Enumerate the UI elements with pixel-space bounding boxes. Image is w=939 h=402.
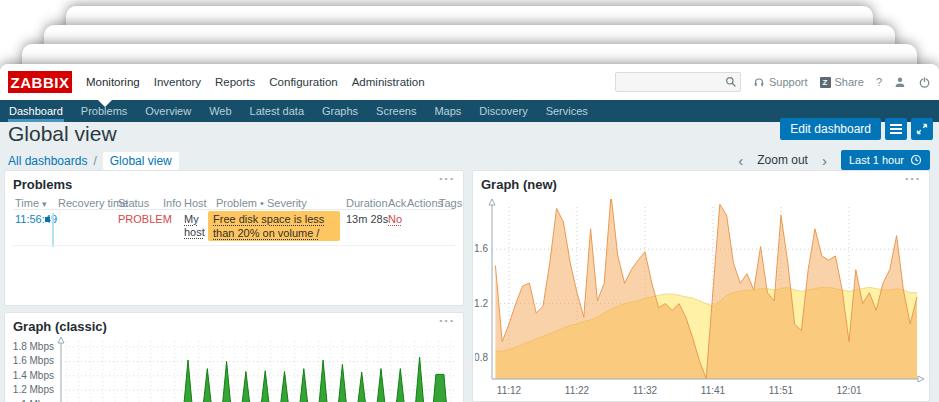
- zabbix-logo: ZABBIX: [8, 71, 72, 93]
- col-host[interactable]: Host: [184, 197, 207, 209]
- search-input[interactable]: [618, 73, 722, 91]
- time-forward-button[interactable]: ›: [822, 153, 827, 168]
- timeline-line: [52, 213, 54, 247]
- subnav-discovery[interactable]: Discovery: [478, 100, 528, 122]
- traffic-spike: [415, 357, 424, 402]
- graph-classic-menu-icon[interactable]: ···: [439, 313, 455, 328]
- subnav-latest-data[interactable]: Latest data: [249, 100, 305, 122]
- edit-dashboard-button[interactable]: Edit dashboard: [780, 118, 881, 140]
- traffic-spike: [203, 369, 212, 402]
- fullscreen-button[interactable]: [911, 118, 933, 140]
- y-tick-label: 1.6: [475, 243, 488, 254]
- main-menu: Monitoring Inventory Reports Configurati…: [84, 64, 427, 100]
- breadcrumb-all-dashboards[interactable]: All dashboards: [8, 154, 87, 168]
- col-actions: Actions: [407, 197, 443, 209]
- time-back-button[interactable]: ‹: [738, 153, 743, 168]
- traffic-spike: [319, 360, 328, 402]
- zabbix-window: ZABBIX Monitoring Inventory Reports Conf…: [0, 64, 939, 402]
- graph-new-canvas[interactable]: 1.61.20.811:1211:2211:3211:4111:5112:01: [475, 199, 927, 402]
- zabbix-share-icon: Z: [820, 77, 831, 88]
- problems-panel: Problems ··· Time ▾ Recovery time Status…: [4, 170, 464, 306]
- breadcrumb: All dashboards / Global view: [8, 152, 179, 170]
- y-tick-label: 1.2: [475, 298, 488, 309]
- y-tick-label: 1 Mbps: [21, 399, 54, 402]
- traffic-spike: [433, 374, 447, 402]
- power-icon: [918, 76, 931, 89]
- time-range-button[interactable]: Last 1 hour: [841, 150, 930, 170]
- support-link[interactable]: Support: [753, 76, 808, 88]
- x-tick-label: 11:22: [565, 385, 590, 396]
- problem-status: PROBLEM: [118, 213, 172, 225]
- traffic-spike: [184, 360, 193, 402]
- x-tick-label: 11:41: [701, 385, 726, 396]
- col-status[interactable]: Status: [118, 197, 149, 209]
- problem-ack-link[interactable]: No: [388, 213, 402, 225]
- clock-icon: [910, 154, 922, 166]
- subnav-overview[interactable]: Overview: [144, 100, 192, 122]
- col-problem-severity[interactable]: Problem • Severity: [216, 197, 307, 209]
- graph-classic-panel: Graph (classic) ··· 1.8 Mbps1.6 Mbps1.4 …: [4, 312, 464, 402]
- menu-item-reports[interactable]: Reports: [213, 72, 257, 92]
- problem-severity-cell[interactable]: Free disk space is less than 20% on volu…: [208, 211, 340, 241]
- time-range-label: Last 1 hour: [849, 154, 904, 166]
- col-info: Info: [163, 197, 181, 209]
- menu-item-monitoring[interactable]: Monitoring: [84, 72, 142, 92]
- problems-panel-menu-icon[interactable]: ···: [439, 171, 455, 186]
- x-tick-label: 11:32: [633, 385, 658, 396]
- x-tick-label: 11:51: [769, 385, 794, 396]
- subnav-maps[interactable]: Maps: [433, 100, 462, 122]
- search-box[interactable]: [615, 72, 741, 92]
- support-label: Support: [769, 76, 808, 88]
- graph-new-menu-icon[interactable]: ···: [905, 171, 921, 186]
- y-tick-label: 1.4 Mbps: [13, 370, 54, 381]
- share-label: Share: [835, 76, 864, 88]
- subnav-screens[interactable]: Screens: [375, 100, 417, 122]
- subnav-graphs[interactable]: Graphs: [321, 100, 359, 122]
- search-icon[interactable]: [725, 76, 737, 88]
- graph-classic-title: Graph (classic): [13, 319, 107, 334]
- profile-link[interactable]: [894, 76, 906, 88]
- top-header: ZABBIX Monitoring Inventory Reports Conf…: [0, 64, 939, 100]
- col-ack: Ack: [388, 197, 406, 209]
- y-tick-label: 0.8: [475, 352, 488, 363]
- problem-duration: 13m 28s: [346, 213, 388, 225]
- graph-classic-canvas[interactable]: 1.8 Mbps1.6 Mbps1.4 Mbps1.2 Mbps1 Mbps: [9, 337, 461, 402]
- col-tags: Tags: [439, 197, 462, 209]
- traffic-spike: [261, 371, 270, 402]
- table-row-divider: [13, 245, 455, 246]
- logout-link[interactable]: [918, 76, 931, 89]
- y-tick-label: 1.2 Mbps: [13, 384, 54, 395]
- x-tick-label: 11:12: [497, 385, 522, 396]
- menu-item-administration[interactable]: Administration: [350, 72, 427, 92]
- share-link[interactable]: Z Share: [820, 76, 864, 88]
- x-tick-label: 12:01: [836, 385, 861, 396]
- subnav-web[interactable]: Web: [208, 100, 232, 122]
- breadcrumb-current[interactable]: Global view: [103, 152, 179, 170]
- subnav-dashboard[interactable]: Dashboard: [8, 100, 64, 122]
- timeline-marker: [45, 217, 50, 222]
- y-tick-label: 1.8 Mbps: [13, 341, 54, 352]
- breadcrumb-separator: /: [93, 154, 96, 168]
- problem-time-link[interactable]: 11:56:49: [15, 213, 57, 225]
- col-duration: Duration: [346, 197, 388, 209]
- menu-item-inventory[interactable]: Inventory: [152, 72, 203, 92]
- y-tick-label: 1.6 Mbps: [13, 355, 54, 366]
- traffic-spike: [377, 369, 386, 402]
- user-icon: [894, 76, 906, 88]
- fullscreen-icon: [916, 123, 928, 135]
- dashboard-menu-button[interactable]: [885, 118, 907, 140]
- help-link[interactable]: ?: [876, 76, 882, 88]
- page-title: Global view: [8, 122, 117, 146]
- zoom-out-button[interactable]: Zoom out: [757, 153, 808, 167]
- col-time[interactable]: Time ▾: [15, 197, 47, 209]
- traffic-spike: [357, 372, 366, 402]
- problems-panel-title: Problems: [13, 177, 72, 192]
- menu-item-configuration[interactable]: Configuration: [267, 72, 339, 92]
- graph-new-title: Graph (new): [481, 177, 557, 192]
- subnav-services[interactable]: Services: [545, 100, 589, 122]
- graph-new-panel: Graph (new) ··· 1.61.20.811:1211:2211:32…: [472, 170, 930, 402]
- table-header-divider: [13, 209, 455, 210]
- question-icon: ?: [876, 76, 882, 88]
- sort-desc-icon: ▾: [42, 199, 47, 209]
- time-controls: ‹ Zoom out › Last 1 hour: [738, 150, 930, 170]
